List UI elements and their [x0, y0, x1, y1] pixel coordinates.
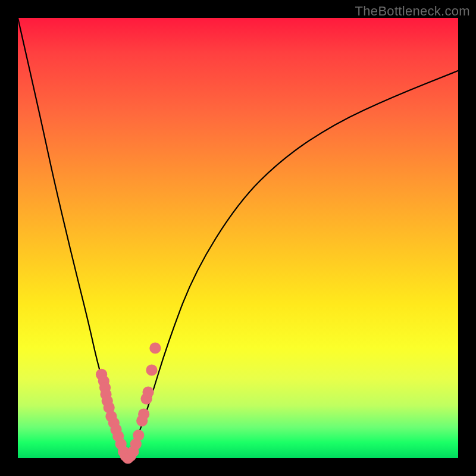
watermark-text: TheBottleneck.com [355, 4, 470, 19]
bead-marker [133, 430, 144, 441]
chart-svg [18, 18, 458, 458]
bead-markers [96, 342, 161, 464]
right-branch-curve [128, 71, 458, 458]
bead-marker [138, 408, 149, 419]
bead-marker [146, 364, 157, 375]
left-branch-curve [18, 18, 128, 458]
curve-group [18, 18, 458, 458]
bead-marker [142, 386, 154, 397]
bead-marker [149, 342, 161, 353]
chart-frame: TheBottleneck.com [0, 0, 476, 476]
